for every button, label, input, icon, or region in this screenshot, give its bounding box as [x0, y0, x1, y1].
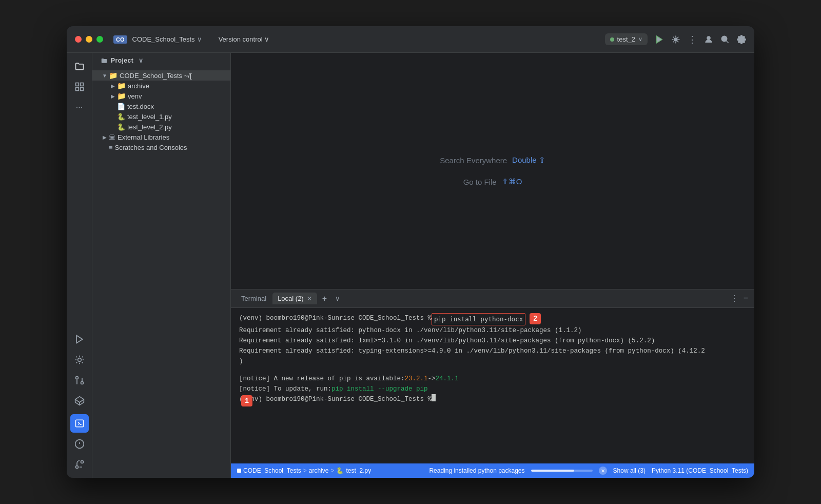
main-area: ···: [67, 53, 754, 478]
statusbar: CODE_School_Tests > archive > 🐍 test_2.p…: [231, 463, 754, 478]
breadcrumb-project: CODE_School_Tests: [243, 467, 301, 474]
run-config[interactable]: test_2 ∨: [605, 33, 648, 45]
search-hint: Search Everywhere Double ⇧: [440, 156, 545, 165]
svg-rect-6: [75, 83, 79, 86]
tree-item-archive[interactable]: ▶ 📁 archive: [92, 81, 230, 91]
svg-point-12: [75, 377, 78, 379]
terminal-tabs: Terminal Local (2) ✕ + ∨ ⋮ −: [231, 289, 754, 308]
chevron-right-icon: ▶: [109, 82, 117, 90]
terminal-minimize-button[interactable]: −: [744, 294, 748, 303]
breadcrumb-file: test_2.py: [346, 467, 371, 474]
activity-terminal[interactable]: [70, 414, 89, 433]
terminal-line-command: (venv) boombro190@Pink-Sunrise CODE_Scho…: [239, 313, 746, 325]
tree-item-root[interactable]: ▼ 📁 CODE_School_Tests ~/[: [92, 70, 230, 81]
terminal-line-4: ): [239, 356, 746, 366]
project-name[interactable]: CODE_School_Tests ∨: [132, 35, 202, 43]
ext-lib-icon: 🏛: [109, 133, 115, 141]
terminal-actions: ⋮ −: [730, 294, 748, 303]
terminal-panel: Terminal Local (2) ✕ + ∨ ⋮ −: [231, 289, 754, 463]
settings-icon[interactable]: [737, 35, 746, 44]
activity-bar: ···: [67, 53, 92, 478]
activity-more[interactable]: ···: [70, 98, 89, 117]
activity-warning[interactable]: [70, 435, 89, 453]
terminal-cursor: [432, 394, 436, 401]
svg-point-13: [81, 382, 83, 384]
tab-local2[interactable]: Local (2) ✕: [272, 293, 317, 304]
maximize-button[interactable]: [96, 36, 103, 43]
status-progress-bar: [531, 470, 593, 472]
show-all-label[interactable]: Show all (3): [613, 467, 646, 474]
terminal-line-1: Requirement already satisfied: python-do…: [239, 325, 746, 336]
python-version-label[interactable]: Python 3.11 (CODE_School_Tests): [652, 467, 748, 474]
docx-icon: 📄: [117, 103, 125, 110]
annotation-2-badge: 2: [530, 313, 541, 324]
tree-item-py1[interactable]: 🐍 test_level_1.py: [92, 111, 230, 122]
tree-item-py2[interactable]: 🐍 test_level_2.py: [92, 122, 230, 132]
svg-point-21: [75, 466, 78, 469]
folder-icon: 📁: [117, 82, 126, 90]
svg-point-3: [721, 36, 727, 42]
traffic-lights: [75, 36, 103, 43]
activity-folder[interactable]: [70, 57, 89, 75]
close-button[interactable]: [75, 36, 82, 43]
activity-git[interactable]: [70, 371, 89, 390]
debug-button[interactable]: [671, 35, 680, 44]
file-tree: ▼ 📁 CODE_School_Tests ~/[ ▶ 📁 archive ▶ …: [92, 68, 230, 478]
folder-icon: 📁: [117, 92, 126, 100]
terminal-line-3: Requirement already satisfied: typing-ex…: [239, 346, 746, 356]
status-project-icon: [237, 469, 241, 473]
tab-dropdown-button[interactable]: ∨: [332, 295, 343, 302]
activity-layers[interactable]: [70, 392, 89, 410]
terminal-prompt-cursor: (venv) boombro190@Pink-Sunrise CODE_Scho…: [239, 394, 746, 404]
version-control[interactable]: Version control ∨: [219, 35, 270, 43]
svg-rect-9: [80, 88, 83, 91]
svg-point-2: [707, 36, 710, 40]
editor-area: Search Everywhere Double ⇧ Go to File ⇧⌘…: [231, 53, 754, 289]
scratches-icon: ≡: [109, 144, 113, 151]
svg-marker-10: [76, 336, 83, 343]
breadcrumb-archive: archive: [309, 467, 329, 474]
sidebar-header: Project ∨: [92, 53, 230, 68]
activity-structure[interactable]: [70, 77, 89, 96]
more-options-button[interactable]: ⋮: [688, 34, 697, 45]
status-right: Reading installed python packages ✕ Show…: [429, 467, 748, 475]
terminal-body[interactable]: (venv) boombro190@Pink-Sunrise CODE_Scho…: [231, 308, 754, 463]
svg-point-11: [77, 358, 81, 362]
tab-terminal[interactable]: Terminal: [237, 293, 270, 304]
breadcrumb-sep1: >: [303, 467, 307, 474]
minimize-button[interactable]: [86, 36, 92, 43]
svg-point-22: [81, 461, 83, 463]
svg-point-1: [674, 38, 677, 41]
python-file-icon: 🐍: [336, 467, 344, 474]
tree-item-docx[interactable]: 📄 test.docx: [92, 101, 230, 111]
svg-marker-0: [657, 36, 662, 43]
chevron-down-icon: ▼: [101, 71, 109, 80]
breadcrumb-sep2: >: [330, 467, 334, 474]
tree-item-venv[interactable]: ▶ 📁 venv: [92, 91, 230, 101]
svg-rect-8: [75, 88, 79, 91]
tab-close-button[interactable]: ✕: [307, 295, 312, 302]
account-icon[interactable]: [704, 35, 713, 44]
activity-debug[interactable]: [70, 351, 89, 369]
tree-item-ext-libs[interactable]: ▶ 🏛 External Libraries: [92, 132, 230, 142]
terminal-blank: [239, 366, 746, 374]
terminal-line-2: Requirement already satisfied: lxml>=3.1…: [239, 336, 746, 346]
app-window: CO CODE_School_Tests ∨ Version control ∨…: [67, 26, 754, 478]
content-area: Search Everywhere Double ⇧ Go to File ⇧⌘…: [231, 53, 754, 478]
svg-line-4: [726, 41, 729, 43]
chevron-right-icon: ▶: [101, 133, 109, 141]
run-config-label: test_2: [617, 35, 635, 43]
status-cancel-button[interactable]: ✕: [599, 467, 607, 475]
search-icon[interactable]: [720, 35, 730, 44]
add-tab-button[interactable]: +: [319, 294, 330, 303]
tree-item-scratches[interactable]: ≡ Scratches and Consoles: [92, 142, 230, 152]
titlebar: CO CODE_School_Tests ∨ Version control ∨…: [67, 26, 754, 53]
activity-run[interactable]: [70, 330, 89, 348]
run-button[interactable]: [655, 35, 664, 44]
activity-vcs[interactable]: [70, 455, 89, 474]
svg-rect-7: [80, 83, 83, 86]
annotation-1-badge: 1: [241, 395, 252, 406]
run-dot: [610, 37, 614, 42]
python-icon: 🐍: [117, 123, 125, 131]
terminal-more-button[interactable]: ⋮: [730, 294, 738, 303]
